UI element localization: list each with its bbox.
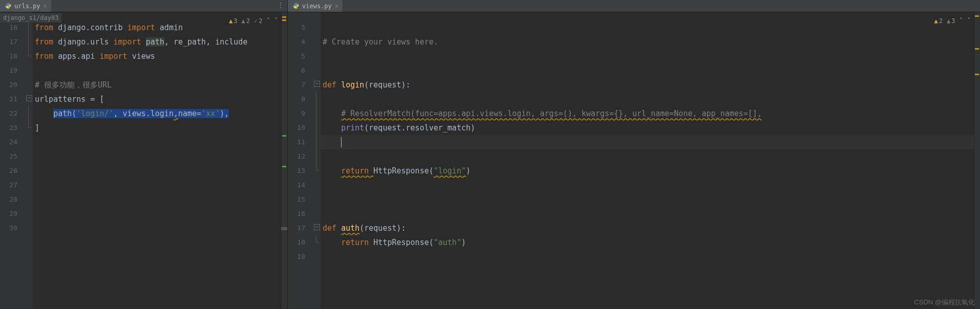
code-editor-right[interactable]: 345678910111213141516171819 # Create you… — [288, 12, 980, 309]
code-area-left[interactable]: from django.contrib import adminfrom dja… — [33, 12, 287, 309]
python-file-icon — [4, 3, 11, 10]
gutter-right[interactable]: 345678910111213141516171819 — [288, 12, 313, 309]
weak-warning-icon: ▲ — [242, 17, 245, 25]
weak-warning-icon: ▲ — [947, 17, 950, 25]
chevron-down-icon: ˇ — [274, 17, 278, 25]
close-icon[interactable]: × — [335, 3, 338, 10]
chevron-down-icon: ˇ — [967, 17, 971, 25]
svg-point-1 — [8, 8, 9, 8]
watermark: CSDN @编程抗氧化 — [914, 298, 975, 307]
svg-point-0 — [6, 4, 7, 4]
close-icon[interactable]: × — [44, 3, 47, 10]
tab-bar-left: urls.py × ⋮ — [0, 0, 287, 12]
tab-label: urls.py — [14, 3, 40, 10]
svg-point-3 — [296, 8, 296, 8]
code-editor-left[interactable]: 161718192021222324252627282930 from djan… — [0, 12, 287, 309]
error-stripe-left[interactable] — [281, 12, 287, 309]
inspection-status-right[interactable]: ▲2 ▲3 ˆ ˇ — [934, 17, 971, 25]
python-file-icon — [292, 3, 299, 10]
tab-label: views.py — [302, 3, 332, 10]
tab-urls-py[interactable]: urls.py × — [0, 0, 51, 12]
editor-pane-right: views.py × ▲2 ▲3 ˆ ˇ 3456789101112131415… — [288, 0, 980, 309]
svg-point-2 — [294, 4, 294, 4]
chevron-icon: ˆ — [267, 17, 270, 25]
breadcrumb[interactable]: django_s1/day03 — [0, 13, 61, 23]
warning-icon: ▲ — [229, 17, 232, 25]
fold-column-left[interactable] — [26, 12, 33, 309]
error-stripe-right[interactable] — [974, 12, 980, 309]
tab-bar-right: views.py × — [288, 0, 980, 12]
chevron-icon: ˆ — [960, 17, 963, 25]
editor-pane-left: urls.py × ⋮ django_s1/day03 ▲3 ▲2 ✓2 ˆ ˇ… — [0, 0, 288, 309]
tab-overflow-icon[interactable]: ⋮ — [277, 1, 284, 9]
fold-column-right[interactable] — [313, 12, 321, 309]
code-area-right[interactable]: # Create your views here.def login(reque… — [321, 12, 980, 309]
gutter-left[interactable]: 161718192021222324252627282930 — [0, 12, 26, 309]
warning-icon: ▲ — [934, 17, 938, 25]
tab-views-py[interactable]: views.py × — [288, 0, 343, 12]
typo-icon: ✓ — [254, 17, 258, 25]
inspection-status-left[interactable]: ▲3 ▲2 ✓2 ˆ ˇ — [229, 17, 278, 25]
ide-split-view: urls.py × ⋮ django_s1/day03 ▲3 ▲2 ✓2 ˆ ˇ… — [0, 0, 980, 309]
